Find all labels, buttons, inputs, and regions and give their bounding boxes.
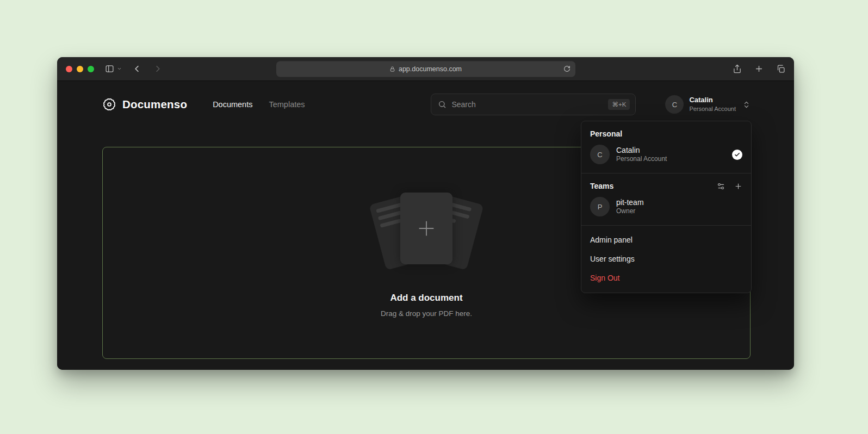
team-item[interactable]: P pit-team Owner — [581, 196, 751, 225]
document-cards-illustration — [365, 188, 487, 271]
avatar: C — [665, 95, 684, 114]
share-icon — [733, 64, 742, 73]
sidebar-toggle-button[interactable] — [105, 64, 114, 73]
nav-templates[interactable]: Templates — [269, 100, 305, 109]
window-controls — [66, 66, 94, 72]
share-button[interactable] — [733, 64, 742, 73]
teams-section-header: Teams — [581, 173, 751, 196]
reload-button[interactable] — [563, 65, 571, 72]
tab-overview-button[interactable] — [776, 64, 785, 73]
menu-item-sign-out[interactable]: Sign Out — [581, 268, 751, 287]
search-shortcut-badge: ⌘+K — [608, 99, 630, 110]
brand-link[interactable]: Documenso — [102, 97, 187, 111]
add-team-button[interactable] — [734, 182, 742, 190]
avatar: C — [590, 145, 610, 164]
search-icon — [438, 100, 447, 109]
browser-window: app.documenso.com — [57, 57, 794, 370]
manage-teams-button[interactable] — [717, 182, 725, 190]
account-menu-trigger[interactable]: C Catalin Personal Account — [665, 95, 751, 114]
plus-icon — [416, 218, 437, 239]
panel-left-icon — [105, 64, 114, 73]
account-subtitle: Personal Account — [689, 105, 736, 113]
main-nav: Documents Templates — [213, 100, 305, 109]
selected-check-icon — [732, 150, 742, 160]
nav-documents[interactable]: Documents — [213, 100, 252, 109]
zoom-window-button[interactable] — [88, 66, 94, 72]
sliders-icon — [717, 182, 725, 190]
menu-items: Admin panel User settings Sign Out — [581, 226, 751, 293]
search-input[interactable] — [451, 100, 603, 109]
team-role: Owner — [616, 207, 644, 216]
back-button[interactable] — [132, 64, 142, 74]
brand-name: Documenso — [122, 98, 187, 111]
browser-nav-controls — [105, 64, 163, 74]
forward-button[interactable] — [153, 64, 163, 74]
chevron-down-icon — [117, 66, 122, 71]
address-bar[interactable]: app.documenso.com — [276, 61, 575, 77]
reload-icon — [563, 65, 571, 72]
plus-icon — [754, 64, 764, 73]
minimize-window-button[interactable] — [77, 66, 83, 72]
chevrons-up-down-icon — [742, 101, 751, 109]
chevron-right-icon — [153, 64, 163, 74]
teams-section-label: Teams — [590, 182, 613, 190]
new-tab-button[interactable] — [754, 64, 764, 73]
document-card-add — [400, 193, 452, 264]
search-box[interactable]: ⌘+K — [431, 94, 636, 115]
personal-account-name: Catalin — [616, 145, 667, 155]
toolbar-right-actions — [733, 64, 785, 73]
chevron-left-icon — [132, 64, 142, 74]
personal-account-subtitle: Personal Account — [616, 155, 667, 164]
team-name: pit-team — [616, 197, 644, 207]
plus-icon — [734, 182, 742, 190]
account-name: Catalin — [689, 96, 736, 105]
close-window-button[interactable] — [66, 66, 72, 72]
tab-overview-icon — [776, 64, 785, 73]
page-content: Documenso Documents Templates ⌘+K C Cata… — [57, 81, 794, 370]
browser-toolbar: app.documenso.com — [57, 57, 794, 81]
dropzone-subtitle: Drag & drop your PDF here. — [381, 309, 472, 318]
account-dropdown-menu: Personal C Catalin Personal Account Team… — [581, 121, 752, 293]
dropzone-title: Add a document — [390, 293, 462, 303]
url-text: app.documenso.com — [399, 65, 462, 73]
app-header: Documenso Documents Templates ⌘+K C Cata… — [102, 92, 751, 116]
lock-icon — [389, 66, 395, 72]
account-meta: Catalin Personal Account — [689, 96, 736, 113]
personal-account-item[interactable]: C Catalin Personal Account — [581, 144, 751, 173]
menu-item-user-settings[interactable]: User settings — [581, 249, 751, 268]
menu-item-admin-panel[interactable]: Admin panel — [581, 230, 751, 249]
personal-section-label: Personal — [581, 121, 751, 144]
sidebar-chevron-button[interactable] — [117, 66, 122, 71]
documenso-logo-icon — [102, 97, 116, 111]
avatar: P — [590, 197, 610, 216]
